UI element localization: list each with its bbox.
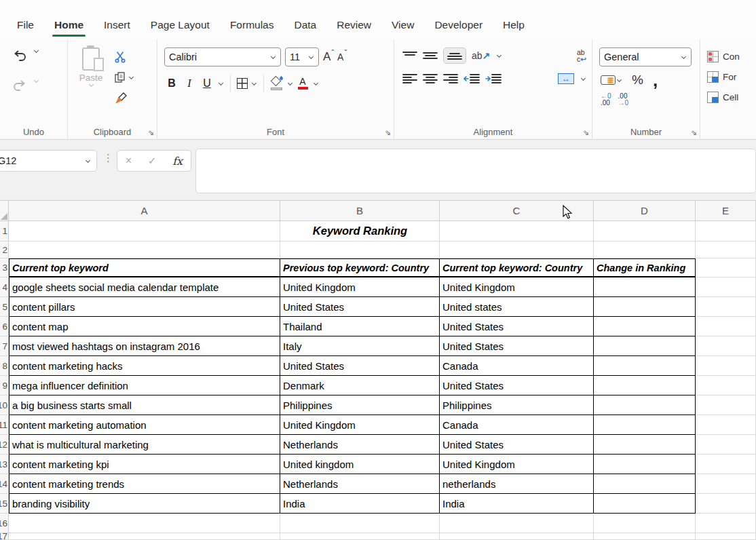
cell-B6[interactable]: Thailand	[280, 317, 440, 336]
row-header-12[interactable]: 12	[0, 435, 9, 455]
align-center-button[interactable]	[423, 74, 438, 83]
cell-C13[interactable]: United Kingdom	[440, 455, 594, 474]
font-color-dropdown-chevron[interactable]	[314, 80, 318, 85]
clipboard-dialog-launcher[interactable]: ⇘	[148, 128, 154, 137]
cell-E7[interactable]	[696, 336, 756, 356]
row-header-5[interactable]: 5	[0, 297, 9, 317]
cell-E6[interactable]	[696, 317, 756, 336]
cell-B2[interactable]	[280, 242, 440, 258]
accounting-dropdown-chevron[interactable]	[617, 77, 622, 81]
align-right-button[interactable]	[443, 74, 458, 83]
cell-E14[interactable]	[696, 474, 756, 494]
cell-D4[interactable]	[594, 277, 696, 297]
merge-center-button[interactable]: ↔	[558, 73, 574, 84]
formula-bar-drag-handle[interactable]: ⋮	[103, 152, 113, 164]
cell-D6[interactable]	[594, 317, 696, 336]
cell-D8[interactable]	[594, 356, 696, 376]
cell-E1[interactable]	[696, 221, 756, 242]
tab-page-layout[interactable]: Page Layout	[140, 14, 220, 39]
format-as-table-button[interactable]: For	[707, 66, 756, 87]
cell-C4[interactable]: United Kingdom	[440, 277, 594, 297]
name-box[interactable]: G12	[0, 150, 97, 172]
cell-D3[interactable]: Change in Ranking	[594, 258, 696, 277]
cell-C12[interactable]: United States	[440, 435, 594, 455]
cell-B8[interactable]: United States	[280, 356, 440, 376]
cell-A8[interactable]: content marketing hacks	[9, 356, 280, 376]
cell-A11[interactable]: content marketing automation	[9, 415, 280, 435]
font-size-combobox[interactable]: 11	[285, 47, 319, 66]
cell-C16[interactable]	[440, 514, 594, 533]
column-header-D[interactable]: D	[594, 201, 696, 221]
conditional-formatting-button[interactable]: Con	[707, 46, 756, 66]
orientation-button[interactable]: ab↗	[472, 50, 490, 61]
redo-dropdown-chevron[interactable]	[34, 78, 39, 83]
font-color-button[interactable]: A	[296, 77, 309, 90]
cell-E3[interactable]	[696, 258, 756, 277]
alignment-dialog-launcher[interactable]: ⇘	[583, 128, 589, 137]
formula-input[interactable]	[195, 149, 756, 193]
cell-E9[interactable]	[696, 376, 756, 396]
underline-dropdown-chevron[interactable]	[219, 80, 223, 85]
fill-color-button[interactable]	[270, 77, 284, 90]
paste-button[interactable]: Paste	[75, 47, 107, 139]
number-dialog-launcher[interactable]: ⇘	[691, 128, 697, 137]
row-header-16[interactable]: 16	[0, 514, 9, 533]
copy-dropdown-chevron[interactable]	[129, 74, 134, 79]
cell-D11[interactable]	[594, 415, 696, 435]
grow-font-button[interactable]: Aˆ	[323, 50, 333, 64]
number-format-combobox[interactable]: General	[599, 47, 692, 66]
cell-C9[interactable]: United States	[440, 376, 594, 396]
decrease-indent-button[interactable]	[464, 74, 480, 83]
cell-B4[interactable]: United Kingdom	[280, 277, 440, 297]
cell-C10[interactable]: Philippines	[440, 396, 594, 415]
cell-A16[interactable]	[9, 514, 280, 533]
cut-button[interactable]	[114, 49, 134, 65]
enter-button[interactable]: ✓	[148, 155, 157, 167]
cell-A17[interactable]	[9, 533, 280, 540]
cell-D16[interactable]	[594, 514, 696, 533]
align-left-button[interactable]	[402, 74, 417, 83]
row-header-2[interactable]: 2	[0, 242, 9, 258]
cell-A4[interactable]: google sheets social media calendar temp…	[9, 277, 280, 297]
accounting-format-button[interactable]	[601, 75, 622, 85]
cell-B7[interactable]: Italy	[280, 336, 440, 356]
column-header-E[interactable]: E	[696, 201, 756, 221]
cell-styles-button[interactable]: Cell	[707, 87, 756, 107]
cell-E15[interactable]	[696, 494, 756, 514]
cell-C7[interactable]: United States	[440, 336, 594, 356]
row-header-4[interactable]: 4	[0, 277, 9, 297]
cell-A12[interactable]: what is multicultural marketing	[9, 435, 280, 455]
cell-B1[interactable]: Keyword Ranking	[280, 221, 440, 242]
italic-button[interactable]: I	[182, 77, 197, 90]
row-header-3[interactable]: 3	[0, 258, 9, 277]
shrink-font-button[interactable]: Aˇ	[337, 52, 346, 62]
cell-D12[interactable]	[594, 435, 696, 455]
tab-developer[interactable]: Developer	[424, 14, 493, 39]
cell-E16[interactable]	[696, 514, 756, 533]
row-header-11[interactable]: 11	[0, 415, 9, 435]
undo-button[interactable]	[12, 49, 27, 62]
redo-button[interactable]	[12, 79, 27, 92]
cell-C1[interactable]	[440, 221, 594, 242]
increase-decimal-button[interactable]: ←0.00	[601, 93, 611, 107]
cell-C11[interactable]: Canada	[440, 415, 594, 435]
tab-insert[interactable]: Insert	[94, 14, 140, 39]
tab-review[interactable]: Review	[326, 14, 381, 39]
fill-color-dropdown-chevron[interactable]	[288, 80, 292, 85]
cell-A10[interactable]: a big business starts small	[9, 396, 280, 415]
cell-C8[interactable]: Canada	[440, 356, 594, 376]
cancel-button[interactable]: ×	[126, 155, 132, 167]
cell-C15[interactable]: India	[440, 494, 594, 514]
merge-center-dropdown-chevron[interactable]	[581, 75, 586, 80]
row-header-15[interactable]: 15	[0, 494, 9, 514]
cell-D13[interactable]	[594, 455, 696, 474]
decrease-decimal-button[interactable]: .00→0	[618, 93, 629, 107]
cell-D7[interactable]	[594, 336, 696, 356]
row-header-7[interactable]: 7	[0, 336, 9, 356]
cell-D9[interactable]	[594, 376, 696, 396]
cell-B3[interactable]: Previous top keyword: Country	[280, 258, 440, 277]
cell-E12[interactable]	[696, 435, 756, 455]
cell-A13[interactable]: content marketing kpi	[9, 455, 280, 474]
column-header-A[interactable]: A	[9, 201, 280, 221]
cell-A1[interactable]	[9, 221, 280, 242]
